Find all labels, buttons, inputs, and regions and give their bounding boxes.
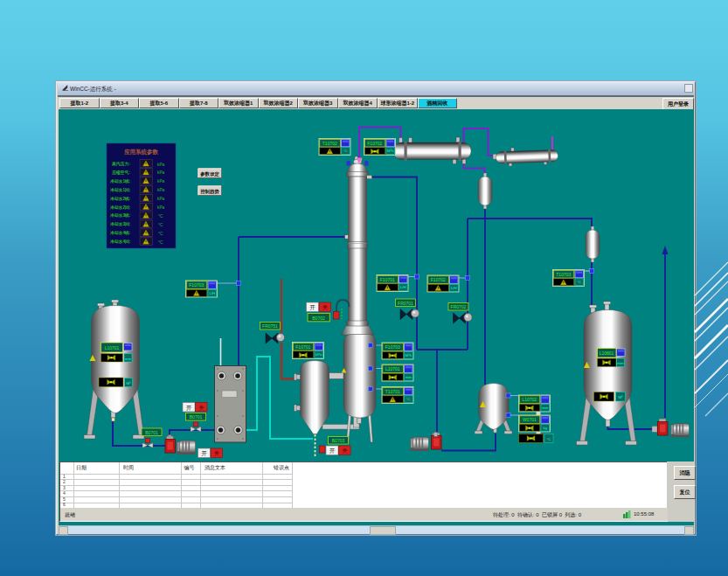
svg-text:°C: °C bbox=[343, 149, 348, 153]
svg-text:B0702: B0702 bbox=[312, 316, 325, 321]
svg-text:F10703: F10703 bbox=[385, 344, 400, 350]
svg-text:kPa: kPa bbox=[157, 197, 165, 201]
svg-text:kPa: kPa bbox=[157, 205, 165, 210]
svg-text:kg: kg bbox=[543, 426, 547, 430]
svg-text:蒸汽压力:: 蒸汽压力: bbox=[111, 161, 130, 167]
svg-text:压缩空气:: 压缩空气: bbox=[112, 170, 130, 176]
svg-text:°C: °C bbox=[406, 397, 411, 401]
svg-text:L10801: L10801 bbox=[600, 350, 614, 356]
svg-text:T10701: T10701 bbox=[385, 389, 400, 394]
svg-text:F10702: F10702 bbox=[431, 277, 446, 282]
svg-text:F10701: F10701 bbox=[380, 277, 395, 282]
svg-text:L10701: L10701 bbox=[385, 366, 400, 371]
svg-text:F10702: F10702 bbox=[367, 141, 382, 146]
svg-text:L10702: L10702 bbox=[522, 397, 537, 402]
svg-text:M³: M³ bbox=[126, 381, 131, 385]
svg-text:mm: mm bbox=[542, 406, 549, 410]
svg-text:°C: °C bbox=[577, 280, 581, 284]
svg-text:M³h: M³h bbox=[387, 149, 394, 153]
svg-text:mm: mm bbox=[125, 357, 132, 361]
svg-text:M³h: M³h bbox=[406, 353, 413, 357]
svg-text:冷却水4回:: 冷却水4回: bbox=[110, 239, 131, 245]
svg-text:B0701: B0701 bbox=[145, 430, 158, 435]
svg-text:M³: M³ bbox=[618, 395, 623, 399]
svg-text:°C: °C bbox=[158, 214, 163, 219]
svg-text:T10702: T10702 bbox=[322, 141, 337, 146]
svg-text:W0701: W0701 bbox=[523, 417, 537, 422]
svg-text:°C: °C bbox=[158, 232, 163, 236]
svg-text:L/H: L/H bbox=[400, 285, 406, 289]
svg-text:控制趋势: 控制趋势 bbox=[199, 189, 219, 195]
svg-text:F10701: F10701 bbox=[295, 344, 310, 350]
svg-text:冷却水3线:: 冷却水3线: bbox=[110, 212, 131, 219]
svg-text:T10703: T10703 bbox=[556, 272, 571, 277]
svg-text:L10701: L10701 bbox=[105, 345, 120, 350]
svg-text:冷却水2回:: 冷却水2回: bbox=[110, 205, 131, 211]
svg-text:kPa: kPa bbox=[157, 179, 165, 184]
svg-text:冷却水2线:: 冷却水2线: bbox=[110, 196, 131, 202]
svg-text:FR0751: FR0751 bbox=[262, 323, 278, 329]
svg-text:F10703: F10703 bbox=[189, 282, 204, 288]
svg-text:kPa: kPa bbox=[157, 170, 165, 175]
svg-text:°C: °C bbox=[158, 240, 163, 245]
svg-text:mm: mm bbox=[617, 361, 624, 365]
svg-text:L/H: L/H bbox=[209, 291, 215, 295]
svg-text:B0701: B0701 bbox=[190, 414, 203, 420]
svg-text:冷却水4线:: 冷却水4线: bbox=[110, 230, 131, 236]
svg-text:FR0701: FR0701 bbox=[398, 301, 413, 306]
svg-text:应用系统参数: 应用系统参数 bbox=[124, 149, 159, 156]
svg-text:L/H: L/H bbox=[451, 286, 457, 290]
svg-text:参数设定: 参数设定 bbox=[199, 171, 219, 177]
svg-text:kPa: kPa bbox=[157, 188, 165, 192]
svg-text:冷却水1线:: 冷却水1线: bbox=[110, 178, 131, 184]
svg-text:°C: °C bbox=[547, 437, 551, 441]
svg-text:kPa: kPa bbox=[157, 163, 165, 167]
svg-text:冷却水1回:: 冷却水1回: bbox=[110, 187, 131, 193]
svg-text:B0703: B0703 bbox=[332, 438, 345, 443]
svg-text:mm: mm bbox=[406, 375, 413, 379]
svg-text:FR0702: FR0702 bbox=[451, 304, 467, 309]
svg-text:°C: °C bbox=[158, 223, 163, 227]
svg-text:冷却水3回:: 冷却水3回: bbox=[110, 221, 131, 227]
svg-text:kPa: kPa bbox=[315, 352, 322, 357]
